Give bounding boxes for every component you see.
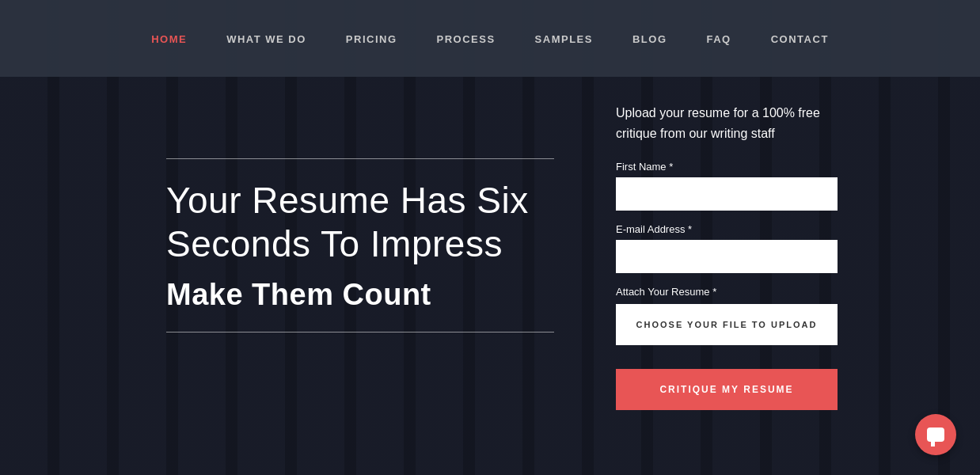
email-group: E-mail Address * [616, 223, 838, 273]
nav-link-blog[interactable]: BLOG [632, 33, 667, 45]
critique-button[interactable]: CRITIQUE MY RESUME [616, 369, 838, 410]
critique-button-label: CRITIQUE MY RESUME [659, 384, 793, 395]
hero-divider-bottom [166, 332, 554, 332]
attach-group: Attach Your Resume * CHOOSE YOUR FILE TO… [616, 286, 838, 345]
chat-bubble-button[interactable] [915, 414, 956, 455]
nav-link-what-we-do[interactable]: WHAT WE DO [226, 33, 306, 45]
nav-link-contact[interactable]: CONTACT [771, 33, 829, 45]
nav-item-home[interactable]: HOME [151, 32, 187, 46]
hero-divider-top [166, 158, 554, 159]
chat-icon [927, 428, 944, 442]
hero-heading: Your Resume Has Six Seconds To Impress [166, 179, 562, 266]
nav-link-pricing[interactable]: PRICING [346, 33, 397, 45]
first-name-group: First Name * [616, 161, 838, 211]
nav-item-process[interactable]: PROCESS [437, 32, 496, 46]
nav-item-samples[interactable]: SAMPLES [535, 32, 593, 46]
nav-item-pricing[interactable]: PRICING [346, 32, 397, 46]
hero-content: Your Resume Has Six Seconds To Impress M… [166, 158, 562, 332]
email-input[interactable] [616, 240, 838, 273]
attach-label: Attach Your Resume * [616, 286, 838, 298]
nav-link-samples[interactable]: SAMPLES [535, 33, 593, 45]
form-description: Upload your resume for a 100% free criti… [616, 103, 838, 143]
nav-link-process[interactable]: PROCESS [437, 33, 496, 45]
nav-item-what-we-do[interactable]: WHAT WE DO [226, 32, 306, 46]
first-name-label: First Name * [616, 161, 838, 173]
nav-item-contact[interactable]: CONTACT [771, 32, 829, 46]
first-name-input[interactable] [616, 177, 838, 211]
file-upload-button[interactable]: CHOOSE YOUR FILE TO UPLOAD [616, 304, 838, 345]
main-nav: HOME WHAT WE DO PRICING PROCESS SAMPLES … [0, 0, 980, 77]
nav-item-faq[interactable]: FAQ [707, 32, 731, 46]
nav-link-faq[interactable]: FAQ [707, 33, 731, 45]
nav-link-home[interactable]: HOME [151, 33, 187, 45]
email-label: E-mail Address * [616, 223, 838, 235]
nav-links: HOME WHAT WE DO PRICING PROCESS SAMPLES … [151, 32, 829, 46]
form-panel: Upload your resume for a 100% free criti… [616, 103, 838, 410]
upload-button-label: CHOOSE YOUR FILE TO UPLOAD [636, 320, 818, 329]
nav-item-blog[interactable]: BLOG [632, 32, 667, 46]
hero-subheading: Make Them Count [166, 278, 562, 312]
